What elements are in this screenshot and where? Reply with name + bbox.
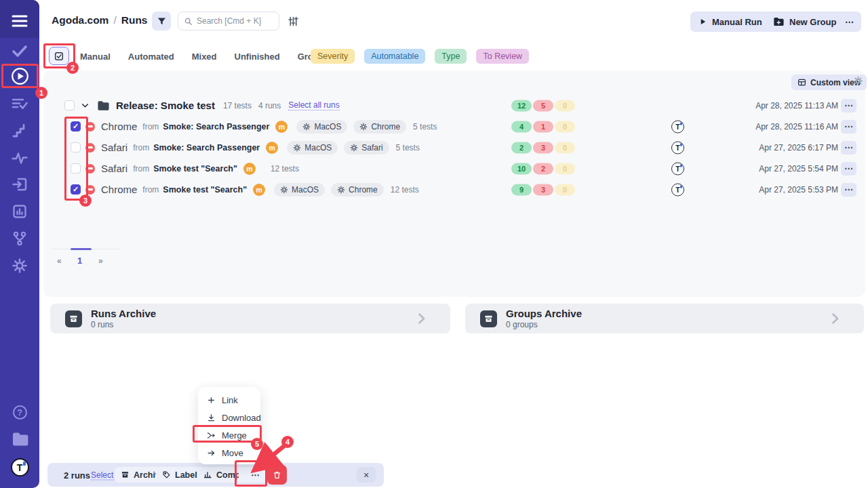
run-row[interactable]: Safari from Smoke test "Search" m 12 tes… <box>43 158 865 179</box>
row-more-button[interactable]: ⋯ <box>841 99 856 113</box>
manual-run-button[interactable]: Manual Run <box>690 12 771 32</box>
row-checkbox-checked[interactable] <box>71 184 81 195</box>
adjustments-icon[interactable] <box>288 16 299 27</box>
menu-item-merge[interactable]: Merge <box>198 426 260 444</box>
tab-automated[interactable]: Automated <box>128 52 174 62</box>
reports-chart-icon[interactable] <box>0 203 39 220</box>
pagination-prev[interactable]: « <box>57 256 62 266</box>
assignee-avatar[interactable]: T <box>671 141 684 154</box>
test-cases-check-icon[interactable] <box>0 43 39 59</box>
select-all-runs-link[interactable]: Select all runs <box>288 100 339 110</box>
settings-gear-icon[interactable] <box>0 258 39 274</box>
run-tests-count: 12 tests <box>271 164 299 174</box>
tab-mixed[interactable]: Mixed <box>192 52 217 62</box>
new-group-button[interactable]: New Group <box>764 12 845 32</box>
activity-pulse-icon[interactable] <box>0 150 39 166</box>
config-chip-os[interactable]: MacOS <box>274 183 325 197</box>
milestone-badge[interactable]: m <box>253 184 265 196</box>
workspace-avatar[interactable]: T <box>0 458 39 476</box>
run-row[interactable]: Safari from Smoke: Search Passenger m Ma… <box>43 137 865 158</box>
milestone-badge[interactable]: m <box>266 142 278 154</box>
run-name[interactable]: Safari <box>101 163 127 174</box>
row-checkbox[interactable] <box>71 163 81 174</box>
filter-button[interactable] <box>152 12 171 30</box>
run-row[interactable]: Chrome from Smoke: Search Passenger m Ma… <box>43 116 865 137</box>
run-name[interactable]: Chrome <box>101 184 137 195</box>
failed-pill: 2 <box>533 163 553 174</box>
run-row[interactable]: Chrome from Smoke test "Search" m MacOS … <box>43 179 865 200</box>
row-checkbox[interactable] <box>71 142 81 152</box>
row-date: Apr 27, 2025 5:53 PM <box>759 185 838 195</box>
chip-type[interactable]: Type <box>435 49 467 64</box>
runs-archive-card[interactable]: Runs Archive 0 runs <box>50 304 450 333</box>
search-input[interactable] <box>197 16 271 26</box>
chevron-down-icon[interactable] <box>81 101 90 110</box>
config-chip-browser[interactable]: Chrome <box>331 183 384 197</box>
pagination-page-1[interactable]: 1 <box>77 256 82 266</box>
header-more-button[interactable]: ⋯ <box>837 12 861 32</box>
groups-archive-card[interactable]: Groups Archive 0 groups <box>465 304 864 333</box>
bar-more-button[interactable]: ⋯ <box>239 467 268 483</box>
chip-automatable[interactable]: Automatable <box>364 49 425 64</box>
assignee-avatar[interactable]: T <box>671 120 684 133</box>
assignee-avatar[interactable]: T <box>671 183 684 196</box>
row-date: Apr 27, 2025 5:54 PM <box>759 164 838 174</box>
menu-item-move[interactable]: Move <box>198 444 260 462</box>
annotation-marker-4: 4 <box>281 436 294 448</box>
failed-pill: 1 <box>533 121 553 132</box>
run-tests-count: 5 tests <box>396 143 420 152</box>
runs-play-icon[interactable] <box>0 67 39 85</box>
projects-folder-icon[interactable] <box>0 432 39 447</box>
run-name[interactable]: Chrome <box>101 121 137 132</box>
config-chip-os[interactable]: MacOS <box>296 120 347 134</box>
tab-unfinished[interactable]: Unfinished <box>235 52 280 62</box>
breadcrumb-project[interactable]: Agoda.com <box>52 14 108 26</box>
config-chip-browser[interactable]: Chrome <box>353 120 406 134</box>
milestone-badge[interactable]: m <box>243 163 256 175</box>
runs-page: ? T Agoda.com / Runs Manual Run New Grou… <box>0 0 868 488</box>
plans-list-check-icon[interactable] <box>0 96 39 112</box>
group-row[interactable]: Release: Smoke test 17 tests 4 runs Sele… <box>43 95 865 116</box>
milestones-steps-icon[interactable] <box>0 123 39 139</box>
requirements-import-icon[interactable] <box>0 176 39 192</box>
group-checkbox[interactable] <box>64 100 75 110</box>
pagination-next[interactable]: » <box>98 256 103 266</box>
untested-pill: 0 <box>555 142 575 153</box>
menu-item-download[interactable]: Download <box>198 409 260 426</box>
delete-button[interactable] <box>267 465 287 485</box>
chart-icon <box>203 470 212 479</box>
group-title[interactable]: Release: Smoke test <box>116 100 215 111</box>
group-tests-count: 17 tests <box>223 101 252 110</box>
arrow-right-icon <box>207 449 216 458</box>
row-checkbox-checked[interactable] <box>71 121 81 131</box>
manual-run-label: Manual Run <box>712 17 762 27</box>
traceability-branch-icon[interactable] <box>0 230 39 247</box>
menu-item-link[interactable]: Link <box>198 391 260 409</box>
trash-icon <box>273 470 281 480</box>
run-name[interactable]: Safari <box>101 142 127 153</box>
bulk-action-bar: 2 runs Select all Archive Labels Compare… <box>47 463 384 487</box>
select-all-toggle-button[interactable] <box>49 47 69 65</box>
assignee-avatar[interactable]: T <box>671 162 684 175</box>
row-more-button[interactable]: ⋯ <box>841 120 856 134</box>
view-settings-gear-icon[interactable] <box>853 76 863 86</box>
row-more-button[interactable]: ⋯ <box>841 162 856 176</box>
passed-pill: 4 <box>511 121 532 132</box>
chip-to-review[interactable]: To Review <box>476 49 529 64</box>
config-chip-os[interactable]: MacOS <box>287 141 338 155</box>
milestone-badge[interactable]: m <box>275 121 288 133</box>
close-bar-button[interactable]: × <box>357 467 376 483</box>
row-more-button[interactable]: ⋯ <box>841 141 856 155</box>
config-chip-browser[interactable]: Safari <box>344 141 389 155</box>
passed-pill: 12 <box>511 100 532 111</box>
tab-manual[interactable]: Manual <box>80 52 111 62</box>
chip-severity[interactable]: Severity <box>311 49 355 64</box>
from-label: from <box>142 185 159 195</box>
untested-pill: 0 <box>555 163 575 174</box>
row-more-button[interactable]: ⋯ <box>841 183 856 197</box>
search-box[interactable] <box>178 12 279 30</box>
help-icon[interactable]: ? <box>0 405 39 420</box>
hamburger-menu-icon[interactable] <box>0 14 39 28</box>
play-icon <box>699 18 707 26</box>
untested-pill: 0 <box>555 100 575 111</box>
